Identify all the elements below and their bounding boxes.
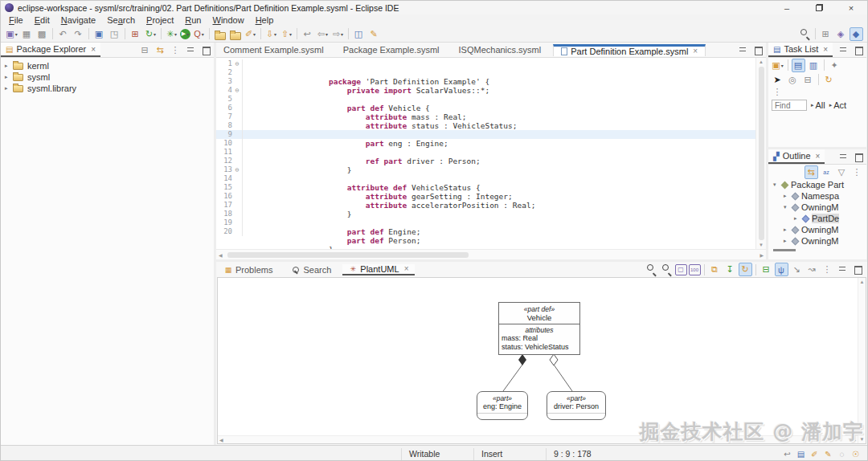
code-line[interactable]: 14 attribute gearSetting : Integer; (216, 174, 755, 183)
java-perspective-button[interactable]: ◆ (850, 27, 863, 41)
bulb-icon[interactable]: ☉ (850, 448, 862, 460)
outline-tree-item[interactable]: ▸ PartDe (768, 213, 866, 224)
collapse-all-button[interactable]: ⊟ (138, 43, 152, 57)
fold-marker[interactable] (232, 201, 243, 210)
link-window-button[interactable]: ◫ (352, 27, 366, 41)
scroll-up-icon[interactable]: ▲ (860, 278, 865, 286)
chevron-right-icon[interactable]: ▸ (5, 63, 13, 69)
scrollbar-thumb[interactable] (759, 67, 764, 240)
fold-marker[interactable]: ⊖ (232, 59, 243, 68)
code-line[interactable]: 15 attribute acceleratorPosition : Real; (216, 183, 755, 192)
find-input[interactable] (772, 100, 807, 111)
fold-marker[interactable]: ⊖ (232, 165, 243, 174)
scroll-down-icon[interactable]: ▼ (759, 241, 764, 249)
generate-button[interactable]: ↻▾ (144, 27, 158, 41)
last-edit-location-button[interactable]: ↩ (301, 27, 314, 41)
code-line[interactable]: 7 (216, 112, 755, 121)
fit-page-button[interactable]: ▢ (675, 264, 687, 275)
code-line[interactable]: 5 attribute mass : Real; (216, 95, 755, 104)
chevron-right-icon[interactable]: ▸ (5, 85, 13, 92)
project-tree-item[interactable]: ▸ sysml (1, 71, 214, 83)
fold-marker[interactable] (232, 112, 243, 121)
overflow-button[interactable]: ⋮ (771, 85, 784, 99)
code-line[interactable]: 20 } (216, 227, 755, 236)
code-line[interactable]: 2 private import ScalarValues::*; (216, 68, 755, 77)
close-icon[interactable]: × (404, 264, 409, 273)
fold-marker[interactable] (232, 77, 243, 86)
tab-comment-example[interactable]: Comment Example.sysml (216, 45, 336, 55)
project-tree-item[interactable]: ▸ sysml.library (1, 83, 214, 94)
menu-run[interactable]: Run (179, 15, 207, 25)
search-tasks-button[interactable]: ◎ (786, 73, 800, 87)
code-line[interactable]: 9 (216, 130, 755, 139)
scroll-up-icon[interactable]: ▲ (759, 58, 764, 66)
categorized-button[interactable]: ▤ (792, 59, 805, 72)
scroll-left-icon[interactable]: ◀ (219, 251, 223, 259)
fold-marker[interactable] (232, 192, 243, 201)
prev-annotation-button[interactable]: ⇧▾ (280, 27, 293, 41)
link-with-editor-toggle[interactable]: ⇆ (805, 165, 818, 179)
diagram-node-eng[interactable]: «part» eng: Engine (477, 391, 528, 420)
fold-marker[interactable] (232, 139, 243, 148)
outline-tree-item[interactable]: ▸ Namespa (768, 190, 866, 202)
scroll-right-icon[interactable]: ▶ (760, 251, 764, 259)
open-type-button[interactable] (213, 27, 227, 41)
code-line[interactable]: 1 ⊖ package 'Part Definition Example' { (216, 59, 755, 68)
minimize-window-button[interactable]: – (771, 1, 803, 14)
save-all-button[interactable]: ▩ (35, 27, 49, 41)
maximize-view-button[interactable] (852, 150, 866, 164)
back-button[interactable]: ⇦▾ (316, 27, 330, 41)
circle-icon[interactable]: ◌ (836, 448, 848, 460)
code-line[interactable]: 19 part def Person; (216, 218, 755, 227)
tab-problems[interactable]: ▦Problems (218, 265, 284, 275)
forward-button[interactable]: ⇨▾ (331, 27, 345, 41)
link-diagram-2-button[interactable]: ↝ (805, 263, 819, 276)
fold-marker[interactable] (232, 227, 243, 236)
redo-button[interactable]: ↷ (72, 27, 85, 41)
export-image-button[interactable]: ↧ (723, 263, 737, 276)
editor-vertical-scrollbar[interactable]: ▲ ▼ (755, 58, 766, 249)
minimize-view-button[interactable] (837, 150, 850, 164)
restore-window-button[interactable] (803, 1, 835, 14)
fold-marker[interactable] (232, 210, 243, 218)
search-button[interactable] (798, 27, 812, 41)
maximize-view-button[interactable] (199, 43, 213, 57)
tab-search[interactable]: Search (284, 265, 342, 275)
fold-marker[interactable]: ⊖ (232, 86, 243, 95)
save-button[interactable]: ▦ (20, 27, 34, 41)
filter-all-link[interactable]: All (816, 100, 825, 110)
view-menu-button[interactable]: ⋮ (169, 43, 182, 57)
new-task-button[interactable]: ▣▾ (771, 59, 784, 72)
menu-navigate[interactable]: Navigate (55, 15, 101, 25)
menu-window[interactable]: Window (207, 15, 249, 25)
open-resource-button[interactable] (228, 27, 242, 41)
undo-button[interactable]: ↶ (56, 27, 70, 41)
profile-button[interactable]: Q▾ (192, 27, 206, 41)
close-icon[interactable]: × (816, 152, 821, 161)
next-annotation-button[interactable]: ⇩▾ (264, 27, 278, 41)
tab-part-definition-example[interactable]: Part Definition Example.sysml× (553, 44, 706, 56)
console-button[interactable]: ▣ (92, 27, 106, 41)
maximize-view-button[interactable] (852, 43, 866, 57)
code-line[interactable]: 11 } (216, 148, 755, 157)
hat-icon[interactable]: ✐ (809, 448, 821, 460)
diagram-node-driver[interactable]: «part» driver: Person (547, 391, 606, 420)
scrollbar-thumb[interactable] (227, 252, 469, 258)
filter-button[interactable]: ▽ (835, 165, 849, 179)
diagram-hierarchy-button[interactable]: ψ (775, 263, 788, 276)
fold-marker[interactable] (232, 174, 243, 183)
code-editor[interactable]: 1 ⊖ package 'Part Definition Example' { … (216, 58, 755, 249)
mark-occurrences-button[interactable]: ◳ (108, 27, 121, 41)
editor-horizontal-scrollbar[interactable]: ◀ ▶ (216, 249, 766, 259)
tab-plantuml[interactable]: ✳PlantUML× (342, 264, 415, 275)
copy-image-button[interactable]: ⧉ (708, 263, 722, 276)
code-line[interactable]: 13 ⊖ attribute def VehicleStatus { (216, 165, 755, 174)
menu-file[interactable]: File (3, 15, 29, 25)
close-window-button[interactable]: × (835, 1, 867, 14)
feather-button[interactable]: ✎ (367, 27, 381, 41)
sync-toggle[interactable]: ↻ (739, 263, 752, 276)
menu-edit[interactable]: Edit (29, 15, 55, 25)
close-icon[interactable]: × (823, 45, 828, 54)
debug-button[interactable]: ✳▾ (165, 27, 178, 41)
diagram-node-vehicle[interactable]: «part def» Vehicle attributes mass: Real… (498, 302, 580, 355)
